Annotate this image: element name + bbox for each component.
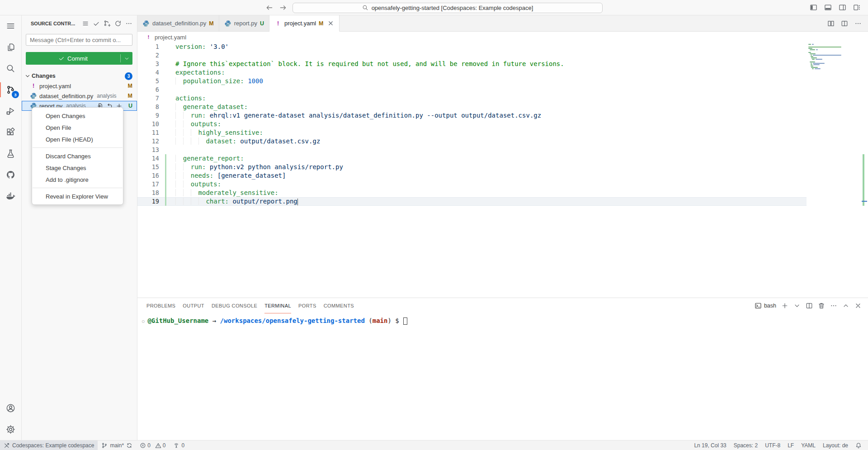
ports-status[interactable]: 0: [170, 441, 189, 450]
menu-item-stage-changes[interactable]: Stage Changes: [32, 162, 123, 174]
branch-status[interactable]: main*: [98, 441, 136, 450]
code-line[interactable]: 9 run: ehrql:v1 generate-dataset analysi…: [137, 111, 807, 120]
github-button[interactable]: [0, 164, 21, 185]
status-label: Ln 19, Col 33: [694, 442, 726, 449]
code-line[interactable]: 16 needs: [generate_dataset]: [137, 171, 807, 180]
menu-item-discard-changes[interactable]: Discard Changes: [32, 150, 123, 162]
code-line[interactable]: 13: [137, 146, 807, 154]
chevron-up-icon[interactable]: [842, 302, 849, 309]
code-line[interactable]: 1version: '3.0': [137, 43, 807, 51]
code-line[interactable]: 15 run: python:v2 python analysis/report…: [137, 163, 807, 171]
github-icon: [6, 170, 15, 180]
cursor-position[interactable]: Ln 19, Col 33: [690, 441, 730, 450]
panel-tab-comments[interactable]: COMMENTS: [324, 298, 354, 313]
sync-icon: [126, 442, 132, 449]
code-line[interactable]: 3# Ignore this`expectation` block. It is…: [137, 60, 807, 68]
menu-item-open-file-head[interactable]: Open File (HEAD): [32, 133, 123, 145]
changes-section-header[interactable]: Changes 3: [22, 71, 137, 81]
create-branch-icon[interactable]: [104, 20, 111, 27]
encoding[interactable]: UTF-8: [761, 441, 784, 450]
refresh-icon[interactable]: [114, 20, 122, 27]
code-line[interactable]: 14 generate_report:: [137, 154, 807, 163]
search-button[interactable]: [0, 58, 21, 79]
toggle-panel-icon[interactable]: [824, 4, 832, 11]
open-changes-icon[interactable]: [827, 20, 835, 27]
testing-button[interactable]: [0, 143, 21, 164]
panel-tab-output[interactable]: OUTPUT: [183, 298, 204, 313]
modified-line-indicator: [165, 154, 166, 163]
code-line[interactable]: 8 generate_dataset:: [137, 103, 807, 111]
more-actions-icon[interactable]: [125, 20, 132, 27]
panel-tab-problems[interactable]: PROBLEMS: [146, 298, 175, 313]
settings-button[interactable]: [0, 419, 21, 440]
panel-tab-ports[interactable]: PORTS: [298, 298, 316, 313]
run-debug-button[interactable]: [0, 100, 21, 122]
customize-layout-icon[interactable]: [853, 4, 861, 11]
terminal-shell-item[interactable]: bash: [755, 302, 776, 309]
toggle-secondary-sidebar-icon[interactable]: [839, 4, 846, 11]
tab-project.yaml[interactable]: !project.yamlM: [269, 15, 340, 32]
notifications-bell[interactable]: [852, 441, 865, 450]
commit-button[interactable]: Commit: [26, 52, 132, 65]
more-actions-icon[interactable]: [830, 302, 837, 309]
change-row-dataset_definition.py[interactable]: dataset_definition.pyanalysisM: [22, 91, 137, 101]
eol-indicator[interactable]: LF: [784, 441, 797, 450]
code-line[interactable]: 6: [137, 85, 807, 94]
code-line[interactable]: 4expectations:: [137, 68, 807, 77]
more-actions-icon[interactable]: [854, 20, 862, 27]
gutter: [159, 171, 166, 180]
account-button[interactable]: [0, 398, 21, 419]
terminal[interactable]: ○@GitHub_Username → /workspaces/opensafe…: [137, 313, 868, 440]
menu-item-add-to-gitignore[interactable]: Add to .gitignore: [32, 174, 123, 185]
breadcrumb[interactable]: ! project.yaml: [137, 32, 868, 43]
menu-item-open-file[interactable]: Open File: [32, 122, 123, 133]
panel-tab-debug-console[interactable]: DEBUG CONSOLE: [212, 298, 257, 313]
toggle-primary-sidebar-icon[interactable]: [810, 4, 817, 11]
docker-button[interactable]: [0, 185, 21, 207]
commit-check-icon[interactable]: [93, 20, 100, 27]
settings-icon: [6, 425, 15, 434]
split-editor-icon[interactable]: [841, 20, 848, 27]
code-line[interactable]: 7actions:: [137, 94, 807, 103]
code-line[interactable]: 17 outputs:: [137, 180, 807, 189]
code-editor[interactable]: 1version: '3.0'23# Ignore this`expectati…: [137, 43, 868, 298]
extensions-button[interactable]: [0, 122, 21, 143]
forward-icon[interactable]: [279, 4, 287, 12]
menu-item-open-changes[interactable]: Open Changes: [32, 110, 123, 122]
source-control-button[interactable]: 3: [0, 79, 21, 100]
svg-text:!: !: [148, 34, 150, 40]
commit-dropdown-button[interactable]: [121, 52, 132, 65]
code-line[interactable]: 19 chart: output/report.png: [137, 197, 807, 206]
code-line[interactable]: 5 population_size: 1000: [137, 77, 807, 85]
close-icon[interactable]: [327, 20, 334, 27]
split-editor-icon[interactable]: [806, 302, 813, 309]
problems-status[interactable]: 00: [136, 441, 169, 450]
change-row-project.yaml[interactable]: !project.yamlM: [22, 81, 137, 91]
panel-tab-terminal[interactable]: TERMINAL: [264, 298, 291, 313]
keyboard-layout[interactable]: Layout: de: [819, 441, 852, 450]
command-center-search[interactable]: opensafely-getting-started [Codespaces: …: [292, 3, 603, 13]
code-line[interactable]: 10 outputs:: [137, 120, 807, 128]
remote-indicator[interactable]: Codespaces: Example codespace: [0, 441, 98, 450]
chevron-down-icon[interactable]: [793, 302, 801, 309]
code-line[interactable]: 18 moderately_sensitive:: [137, 189, 807, 197]
indentation[interactable]: Spaces: 2: [730, 441, 761, 450]
menu-item-reveal-in-explorer-view[interactable]: Reveal in Explorer View: [32, 190, 123, 202]
view-as-list-icon[interactable]: [82, 20, 89, 27]
add-icon[interactable]: [781, 302, 788, 309]
tab-report.py[interactable]: report.pyU: [219, 15, 269, 32]
line-number: 10: [137, 120, 159, 128]
bottom-panel: PROBLEMSOUTPUTDEBUG CONSOLETERMINALPORTS…: [137, 298, 868, 440]
explorer-button[interactable]: [0, 37, 21, 58]
tab-dataset_definition.py[interactable]: dataset_definition.pyM: [137, 15, 219, 32]
code-line[interactable]: 11 highly_sensitive:: [137, 128, 807, 137]
minimap[interactable]: [808, 44, 844, 70]
menu-button[interactable]: [0, 15, 21, 37]
back-icon[interactable]: [265, 4, 274, 12]
trash-icon[interactable]: [818, 302, 825, 309]
close-icon[interactable]: [854, 302, 862, 309]
code-line[interactable]: 2: [137, 51, 807, 60]
code-line[interactable]: 12 dataset: output/dataset.csv.gz: [137, 137, 807, 146]
commit-message-input[interactable]: [26, 34, 132, 46]
language-mode[interactable]: YAML: [797, 441, 819, 450]
